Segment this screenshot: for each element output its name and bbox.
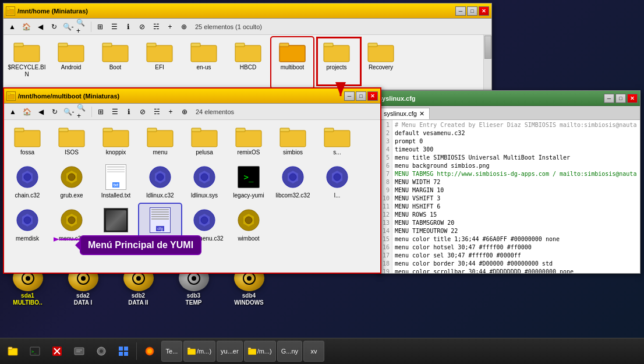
taskbar-xv-btn[interactable]: xv [303, 341, 324, 362]
taskbar-gear-icon[interactable] [91, 341, 112, 362]
tb-connect-btn[interactable]: ⊕ [178, 20, 190, 33]
tb-add-btn[interactable]: + [164, 20, 176, 33]
folder-boot[interactable]: Boot [94, 37, 136, 88]
tb-back-btn[interactable]: ◀ [34, 20, 47, 33]
file-ldlinux-c32[interactable]: ldlinux.c32 [139, 161, 181, 202]
fm1-file-grid: $RECYCLE.BIN Android Boot EFI en-us HBCD [3, 35, 491, 90]
code-content[interactable]: # Menu Entry Created by Elieser Diaz SIM… [392, 120, 640, 273]
fm2-tb-connect-btn[interactable]: ⊕ [178, 105, 191, 118]
taskbar-browser-btn[interactable] [139, 341, 160, 362]
folder-knoppix[interactable]: knoppix [95, 122, 137, 158]
isos-icon [58, 125, 86, 148]
fm2-tb-view-btn[interactable]: ⊞ [94, 105, 107, 118]
folder-android[interactable]: Android [50, 37, 92, 88]
folder-hbcd[interactable]: HBCD [227, 37, 269, 88]
editor-maximize-btn[interactable]: □ [615, 94, 626, 103]
fm2-tb-home-btn[interactable]: 🏠 [20, 105, 33, 118]
svg-rect-29 [103, 128, 112, 132]
file-ldlinux-sys[interactable]: ldlinux.sys [183, 161, 225, 202]
folder-simbios[interactable]: simbios [272, 122, 314, 158]
editor-tab-close[interactable]: ✕ [419, 110, 424, 118]
l-file-icon [323, 163, 351, 191]
fm1-close-btn[interactable]: ✕ [479, 6, 489, 16]
fm2-tb-up-btn[interactable]: ▲ [6, 105, 19, 118]
fm1-minimize-btn[interactable]: ─ [455, 6, 466, 16]
tb-filter-btn[interactable]: ☵ [150, 20, 162, 33]
file-wimboot[interactable]: wimboot [228, 204, 270, 245]
ldlinux-sys-label: ldlinux.sys [191, 192, 218, 199]
fm2-tb-zoom-in-btn[interactable]: 🔍+ [76, 105, 89, 118]
fm2-tb-back-btn[interactable]: ◀ [34, 105, 47, 118]
tb-view-btn[interactable]: ⊞ [94, 20, 107, 33]
annotation-text: Menú Principal de YUMI [88, 240, 193, 250]
fm2-tb-add-btn[interactable]: + [164, 105, 177, 118]
tb-refresh-btn[interactable]: ↻ [48, 20, 61, 33]
tb-up-btn[interactable]: ▲ [6, 20, 19, 33]
folder-recovery[interactable]: Recovery [360, 37, 402, 88]
folder-recycle-bin[interactable]: $RECYCLE.BIN [6, 37, 48, 88]
tb-sort-btn[interactable]: ⊘ [136, 20, 148, 33]
file-chain-c32[interactable]: chain.c32 [6, 161, 48, 202]
ldlinux-sys-icon [190, 163, 218, 191]
taskbar-tool-icon[interactable] [69, 341, 90, 362]
editor-window-controls: ─ □ ✕ [604, 94, 638, 103]
grub-exe-icon [58, 163, 86, 191]
file-libcom32[interactable]: libcom32.c32 [272, 161, 314, 202]
editor-minimize-btn[interactable]: ─ [604, 94, 614, 103]
tb-zoom-in-btn[interactable]: 🔍+ [76, 20, 89, 33]
taskbar-terminal-icon[interactable]: >_ [24, 341, 45, 362]
folder-remixos[interactable]: remixOS [228, 122, 270, 158]
svg-point-51 [334, 174, 341, 181]
folder-fossa[interactable]: fossa [6, 122, 48, 158]
tb-view2-btn[interactable]: ☰ [108, 20, 121, 33]
folder-projects[interactable]: projects [316, 37, 358, 88]
fm2-tb-filter-btn[interactable]: ☵ [150, 105, 163, 118]
fm2-tb-zoom-out-btn[interactable]: 🔍- [62, 105, 75, 118]
fm1-scrollbar-thumb[interactable] [484, 36, 491, 59]
svg-point-41 [24, 174, 31, 181]
folder-en-us[interactable]: en-us [183, 37, 225, 88]
file-l[interactable]: l... [316, 161, 358, 202]
fm1-maximize-btn[interactable]: □ [467, 6, 477, 16]
folder-menu[interactable]: menu [139, 122, 181, 158]
folder-multiboot[interactable]: multiboot [271, 37, 313, 88]
svg-rect-33 [192, 128, 201, 132]
svg-rect-91 [187, 348, 190, 349]
taskbar-fm1-btn[interactable]: /m...) [183, 341, 215, 362]
fm2-tb-sort-btn[interactable]: ⊘ [136, 105, 149, 118]
editor-tab-syslinux[interactable]: syslinux.cfg ✕ [378, 108, 430, 119]
editor-close-btn[interactable]: ✕ [627, 94, 638, 103]
svg-rect-39 [324, 128, 334, 132]
drive-sda1-label: sda1MULTIBO.. [13, 292, 42, 306]
taskbar-x-icon[interactable] [47, 341, 68, 362]
taskbar-files-icon[interactable] [2, 341, 23, 362]
taskbar-view-icon[interactable] [113, 341, 134, 362]
file-grub-exe[interactable]: grub.exe [51, 161, 93, 202]
tb-zoom-out-btn[interactable]: 🔍- [62, 20, 75, 33]
folder-isos[interactable]: ISOS [51, 122, 93, 158]
file-legacy-yumi[interactable]: >_ legacy-yumi [228, 161, 270, 202]
fm2-tb-info-btn[interactable]: ℹ [122, 105, 135, 118]
chain-c32-icon [13, 163, 41, 191]
tb-home-btn[interactable]: 🏠 [20, 20, 33, 33]
fm2-tb-refresh-btn[interactable]: ↻ [48, 105, 61, 118]
taskbar-yumi-label: yu...er [221, 348, 239, 355]
fm2-maximize-btn[interactable]: □ [356, 91, 366, 101]
svg-rect-5 [58, 43, 68, 47]
taskbar-gnu-btn[interactable]: G...ny [277, 341, 302, 362]
file-memdisk[interactable]: memdisk [6, 204, 48, 245]
taskbar-fm2-btn[interactable]: /m...) [244, 341, 276, 362]
taskbar-yumi-btn[interactable]: yu...er [217, 341, 243, 362]
file-installed-txt[interactable]: txt Installed.txt [95, 161, 137, 202]
fm2-minimize-btn[interactable]: ─ [344, 91, 355, 101]
projects-icon [323, 40, 351, 63]
fm2-close-btn[interactable]: ✕ [367, 91, 378, 101]
folder-s[interactable]: s... [316, 122, 358, 158]
taskbar-te-btn[interactable]: Te... [161, 341, 182, 362]
fm1-scrollbar[interactable] [483, 35, 491, 90]
folder-efi[interactable]: EFI [139, 37, 181, 88]
tb-info-btn[interactable]: ℹ [122, 20, 135, 33]
folder-pelusa[interactable]: pelusa [183, 122, 225, 158]
fm1-icon [6, 6, 15, 16]
fm2-tb-view2-btn[interactable]: ☰ [108, 105, 121, 118]
